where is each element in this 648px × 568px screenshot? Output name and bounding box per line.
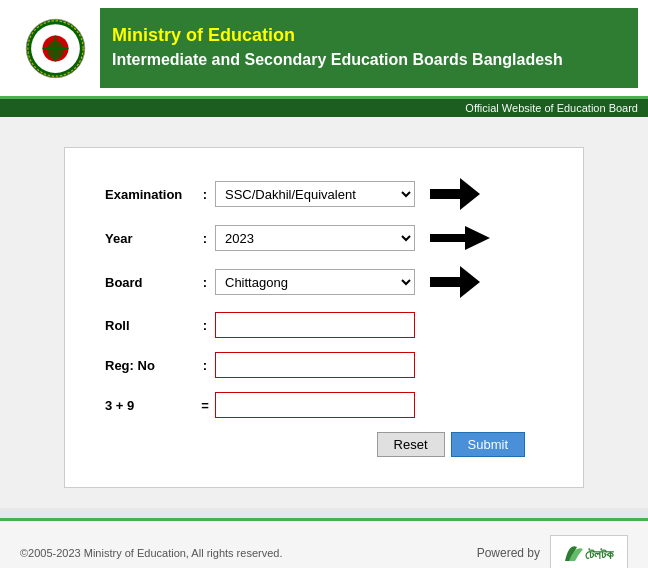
reset-button[interactable]: Reset [377, 432, 445, 457]
year-colon: : [195, 231, 215, 246]
examination-row: Examination : SSC/Dakhil/Equivalent HSC/… [105, 178, 543, 210]
powered-by-text: Powered by [477, 546, 540, 560]
year-arrow [430, 224, 490, 252]
roll-label: Roll [105, 318, 195, 333]
logo-icon [23, 16, 88, 81]
board-control-area: Chittagong Dhaka Rajshahi Comilla Barisa… [215, 266, 543, 298]
year-label: Year [105, 231, 195, 246]
board-label: Board [105, 275, 195, 290]
reg-no-row: Reg: No : [105, 352, 543, 378]
year-select[interactable]: 2023 2022 2021 2020 [215, 225, 415, 251]
reg-no-control-area [215, 352, 543, 378]
roll-control-area [215, 312, 543, 338]
board-select[interactable]: Chittagong Dhaka Rajshahi Comilla Barisa… [215, 269, 415, 295]
submit-button[interactable]: Submit [451, 432, 525, 457]
year-row: Year : 2023 2022 2021 2020 [105, 224, 543, 252]
board-colon: : [195, 275, 215, 290]
captcha-label: 3 + 9 [105, 398, 195, 413]
main-content: Examination : SSC/Dakhil/Equivalent HSC/… [0, 117, 648, 508]
examination-control-area: SSC/Dakhil/Equivalent HSC/Alim/Equivalen… [215, 178, 543, 210]
examination-colon: : [195, 187, 215, 202]
roll-colon: : [195, 318, 215, 333]
form-box: Examination : SSC/Dakhil/Equivalent HSC/… [64, 147, 584, 488]
examination-label: Examination [105, 187, 195, 202]
teletalk-logo: টেলটক [550, 535, 628, 568]
official-website-text: Official Website of Education Board [0, 99, 648, 117]
svg-text:টেলটক: টেলটক [585, 547, 614, 562]
footer: ©2005-2023 Ministry of Education, All ri… [0, 518, 648, 568]
header: Ministry of Education Intermediate and S… [0, 0, 648, 117]
roll-row: Roll : [105, 312, 543, 338]
copyright-text: ©2005-2023 Ministry of Education, All ri… [20, 547, 282, 559]
board-title: Intermediate and Secondary Education Boa… [112, 50, 626, 71]
board-row: Board : Chittagong Dhaka Rajshahi Comill… [105, 266, 543, 298]
teletalk-logo-icon: টেলটক [559, 539, 619, 567]
examination-select[interactable]: SSC/Dakhil/Equivalent HSC/Alim/Equivalen… [215, 181, 415, 207]
button-row: Reset Submit [215, 432, 525, 457]
captcha-control-area [215, 392, 543, 418]
roll-input[interactable] [215, 312, 415, 338]
svg-marker-5 [430, 226, 490, 250]
ministry-title: Ministry of Education [112, 25, 626, 46]
reg-no-input[interactable] [215, 352, 415, 378]
year-control-area: 2023 2022 2021 2020 [215, 224, 543, 252]
reg-no-colon: : [195, 358, 215, 373]
captcha-equals: = [195, 398, 215, 413]
captcha-input[interactable] [215, 392, 415, 418]
board-arrow [430, 266, 480, 298]
captcha-row: 3 + 9 = [105, 392, 543, 418]
examination-arrow [430, 178, 480, 210]
footer-right: Powered by টেলটক [477, 535, 628, 568]
reg-no-label: Reg: No [105, 358, 195, 373]
svg-point-4 [47, 40, 63, 60]
logo-area [10, 16, 100, 81]
